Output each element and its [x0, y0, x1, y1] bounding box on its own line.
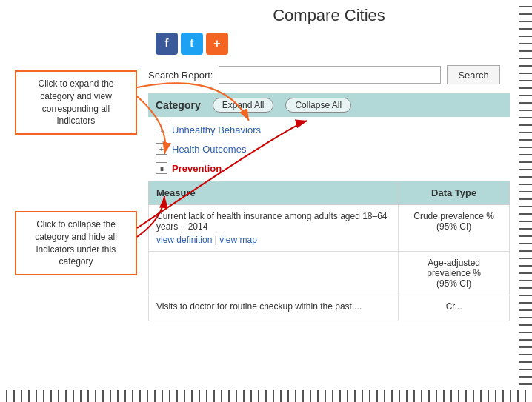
- addthis-button[interactable]: +: [206, 33, 228, 55]
- main-content: Compare Cities f t + Search Report: Sear…: [148, 0, 532, 321]
- social-buttons: f t +: [156, 33, 510, 55]
- datatype-cell-2: Age-adjusted prevalence %(95% CI): [399, 252, 510, 295]
- category-item-health: + Health Outcomes: [148, 139, 510, 158]
- indicators-table: Measure Data Type Current lack of health…: [148, 181, 510, 321]
- category-header: Category Expand All Collapse All: [148, 93, 510, 117]
- category-name-prevention[interactable]: Prevention: [172, 163, 222, 174]
- annotation-expand: Click to expand the category and view co…: [15, 70, 137, 135]
- annotation-collapse-text: Click to collapse the category and hide …: [35, 219, 117, 267]
- view-map-link-1[interactable]: view map: [219, 235, 257, 245]
- datatype-cell-3: Cr...: [399, 295, 510, 321]
- search-row: Search Report: Search: [148, 65, 510, 84]
- def-links-1: view definition | view map: [156, 235, 390, 245]
- collapse-all-button[interactable]: Collapse All: [285, 98, 351, 113]
- jagged-bottom-edge: [0, 390, 532, 402]
- search-input[interactable]: [219, 66, 441, 84]
- expand-icon-health[interactable]: +: [156, 143, 167, 155]
- category-name-health[interactable]: Health Outcomes: [172, 144, 246, 155]
- annotation-collapse: Click to collapse the category and hide …: [15, 211, 137, 275]
- facebook-button[interactable]: f: [156, 33, 178, 55]
- category-list: + Unhealthy Behaviors + Health Outcomes …: [148, 120, 510, 178]
- search-button[interactable]: Search: [447, 65, 499, 84]
- annotation-expand-text: Click to expand the category and view co…: [38, 78, 113, 126]
- col-datatype: Data Type: [399, 181, 510, 205]
- page-title: Compare Cities: [148, 6, 510, 25]
- expand-all-button[interactable]: Expand All: [213, 98, 274, 113]
- table-header-row: Measure Data Type: [149, 181, 510, 205]
- category-item-unhealthy: + Unhealthy Behaviors: [148, 120, 510, 139]
- expand-icon-prevention[interactable]: ∎: [156, 162, 167, 174]
- measure-cell-2: [149, 252, 399, 295]
- twitter-button[interactable]: t: [181, 33, 203, 55]
- col-measure: Measure: [149, 181, 399, 205]
- category-header-label: Category: [156, 99, 201, 111]
- datatype-cell-1: Crude prevalence %(95% CI): [399, 205, 510, 252]
- category-item-prevention: ∎ Prevention: [148, 158, 510, 178]
- view-definition-link-1[interactable]: view definition: [156, 235, 212, 245]
- table-row: Current lack of health insurance among a…: [149, 205, 510, 252]
- measure-cell-1: Current lack of health insurance among a…: [149, 205, 399, 252]
- table-row: Visits to doctor for routine checkup wit…: [149, 295, 510, 321]
- category-name-unhealthy[interactable]: Unhealthy Behaviors: [172, 124, 261, 135]
- jagged-right-edge: [519, 0, 532, 402]
- measure-cell-3: Visits to doctor for routine checkup wit…: [149, 295, 399, 321]
- search-label: Search Report:: [148, 70, 213, 81]
- page-wrapper: Compare Cities f t + Search Report: Sear…: [0, 0, 532, 402]
- measure-text-1: Current lack of health insurance among a…: [156, 211, 390, 232]
- table-row: Age-adjusted prevalence %(95% CI): [149, 252, 510, 295]
- measure-text-3: Visits to doctor for routine checkup wit…: [156, 301, 390, 312]
- expand-icon-unhealthy[interactable]: +: [156, 124, 167, 135]
